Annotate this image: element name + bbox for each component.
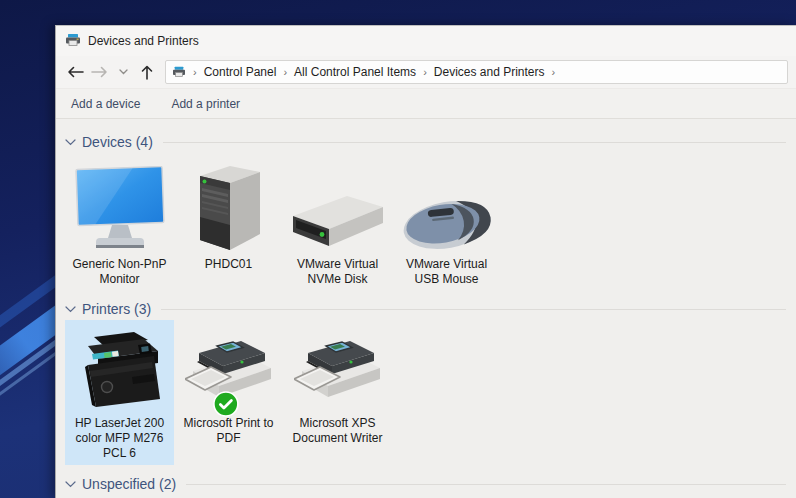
command-bar: Add a device Add a printer [56,89,796,119]
breadcrumb[interactable]: › Control Panel › All Control Panel Item… [165,60,788,84]
printer-label: Microsoft Print to PDF [177,416,280,446]
printer-icon [65,33,81,50]
section-header-printers[interactable]: Printers (3) [65,299,786,319]
breadcrumb-separator: › [418,66,432,78]
add-a-printer-button[interactable]: Add a printer [171,97,240,111]
chevron-down-icon [65,136,77,148]
printer-item-microsoft-xps-writer[interactable]: Microsoft XPS Document Writer [283,320,392,450]
printer-label: HP LaserJet 200 color MFP M276 PCL 6 [68,416,171,461]
default-printer-check-icon [212,391,238,420]
printer-item-hp-laserjet[interactable]: HP LaserJet 200 color MFP M276 PCL 6 [65,320,174,465]
breadcrumb-separator: › [188,66,202,78]
section-title: Printers (3) [82,301,151,317]
hp-mfp-printer-icon [74,325,166,411]
back-button[interactable] [63,60,87,84]
monitor-icon [74,164,166,252]
section-divider [186,484,786,485]
printer-icon [172,66,186,78]
device-item-generic-monitor[interactable]: Generic Non-PnP Monitor [65,159,174,291]
items-view: Devices (4) [56,119,796,498]
breadcrumb-separator: › [547,66,561,78]
chevron-down-icon [65,478,77,490]
device-item-vmware-usb-mouse[interactable]: VMware Virtual USB Mouse [392,159,501,291]
device-label: PHDC01 [177,257,280,272]
section-title: Devices (4) [82,134,153,150]
devices-and-printers-window: Devices and Printers › Control Panel [55,25,796,498]
chevron-down-icon [65,303,77,315]
add-a-device-button[interactable]: Add a device [71,97,140,111]
forward-button[interactable] [87,60,111,84]
printer-label: Microsoft XPS Document Writer [286,416,389,446]
device-label: Generic Non-PnP Monitor [68,257,171,287]
window-title: Devices and Printers [88,34,199,48]
breadcrumb-item-control-panel[interactable]: Control Panel [202,65,279,79]
up-button[interactable] [135,60,159,84]
printers-row: HP LaserJet 200 color MFP M276 PCL 6 [65,320,796,465]
printer-item-microsoft-print-to-pdf[interactable]: Microsoft Print to PDF [174,320,283,450]
section-header-devices[interactable]: Devices (4) [65,132,786,152]
disk-drive-icon [291,164,385,252]
device-item-phdc01[interactable]: PHDC01 [174,159,283,276]
section-header-unspecified[interactable]: Unspecified (2) [65,474,786,494]
recent-pages-dropdown[interactable] [111,60,135,84]
printer-icon [185,325,273,411]
mouse-icon [400,164,494,252]
device-label: VMware Virtual NVMe Disk [286,257,389,287]
printer-icon [294,325,382,411]
computer-tower-icon [194,164,264,252]
address-bar: › Control Panel › All Control Panel Item… [56,56,796,89]
devices-row: Generic Non-PnP Monitor [65,159,796,291]
section-title: Unspecified (2) [82,476,176,492]
device-label: VMware Virtual USB Mouse [395,257,498,287]
breadcrumb-separator: › [278,66,292,78]
section-divider [161,309,786,310]
device-item-vmware-nvme-disk[interactable]: VMware Virtual NVMe Disk [283,159,392,291]
title-bar[interactable]: Devices and Printers [56,26,796,56]
section-divider [163,142,786,143]
breadcrumb-item-all-control-panel-items[interactable]: All Control Panel Items [292,65,418,79]
breadcrumb-item-devices-and-printers[interactable]: Devices and Printers [432,65,547,79]
